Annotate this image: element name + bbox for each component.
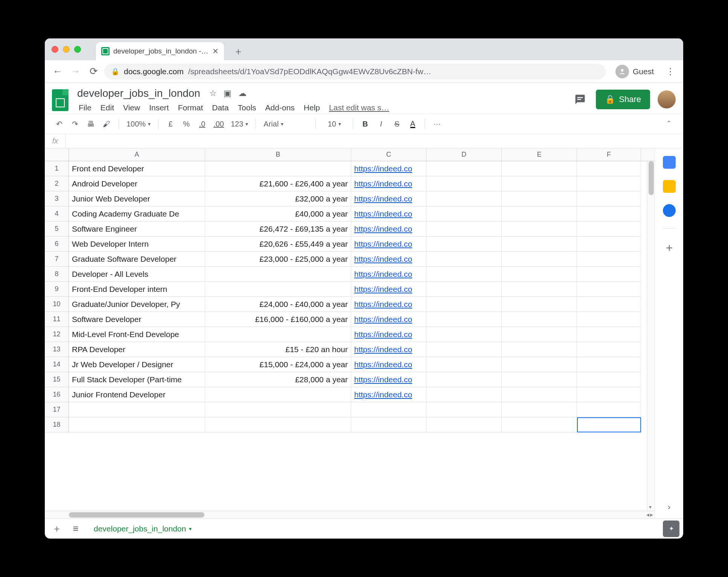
cell[interactable] [502, 252, 577, 267]
menu-addons[interactable]: Add-ons [262, 102, 299, 114]
menu-insert[interactable]: Insert [145, 102, 173, 114]
row-header[interactable]: 14 [45, 357, 69, 372]
vertical-scrollbar[interactable]: ▾ [647, 161, 655, 511]
cell[interactable] [577, 282, 641, 297]
vscroll-down-icon[interactable]: ▾ [649, 504, 652, 510]
cell[interactable] [502, 402, 577, 417]
redo-button[interactable]: ↷ [68, 117, 82, 131]
cell[interactable] [205, 417, 351, 432]
window-minimize-icon[interactable] [63, 46, 70, 53]
doc-title-input[interactable]: developer_jobs_in_london [75, 87, 203, 100]
cell[interactable] [426, 206, 502, 221]
cell[interactable] [426, 372, 502, 387]
row-header[interactable]: 8 [45, 267, 69, 282]
cell[interactable] [502, 221, 577, 237]
cell[interactable] [502, 267, 577, 282]
cell[interactable]: Front end Developer [69, 161, 205, 176]
row-header[interactable]: 18 [45, 417, 69, 432]
cell[interactable] [502, 282, 577, 297]
forward-button[interactable]: → [68, 64, 83, 79]
hscroll-thumb[interactable] [69, 512, 204, 517]
cell[interactable] [205, 327, 351, 342]
collapse-toolbar-button[interactable]: ˆ [662, 117, 676, 131]
hscroll-left-icon[interactable]: ◂ [646, 511, 649, 518]
move-icon[interactable]: ▣ [224, 89, 231, 98]
cell-link[interactable]: https://indeed.co [351, 357, 426, 372]
cell[interactable]: Front-End Developer intern [69, 282, 205, 297]
cell[interactable] [426, 267, 502, 282]
print-button[interactable]: 🖶 [84, 117, 97, 131]
cell[interactable] [577, 176, 641, 191]
col-header-A[interactable]: A [69, 148, 205, 161]
menu-data[interactable]: Data [208, 102, 232, 114]
row-header[interactable]: 16 [45, 387, 69, 402]
cell[interactable]: RPA Developer [69, 342, 205, 357]
spreadsheet-grid[interactable]: A B C D E F 1Front end Developerhttps://… [45, 148, 655, 518]
cell[interactable] [69, 402, 205, 417]
row-header[interactable]: 7 [45, 252, 69, 267]
row-header[interactable]: 13 [45, 342, 69, 357]
cell[interactable] [426, 191, 502, 206]
cell[interactable] [502, 387, 577, 402]
reload-button[interactable]: ⟳ [86, 64, 101, 79]
cell[interactable]: £15 - £20 an hour [205, 342, 351, 357]
cell[interactable] [577, 252, 641, 267]
last-edit-link[interactable]: Last edit was s… [329, 103, 389, 112]
cell[interactable]: Full Stack Developer (Part-time [69, 372, 205, 387]
row-header[interactable]: 17 [45, 402, 69, 417]
cell[interactable] [502, 191, 577, 206]
cell-link[interactable]: https://indeed.co [351, 252, 426, 267]
cell[interactable]: £16,000 - £160,000 a year [205, 312, 351, 327]
cell[interactable] [426, 282, 502, 297]
cell[interactable] [502, 327, 577, 342]
cell[interactable] [577, 342, 641, 357]
cell[interactable] [426, 417, 502, 432]
sheet-tab-menu-icon[interactable]: ▾ [189, 526, 192, 532]
cell[interactable] [426, 176, 502, 191]
cell-link[interactable]: https://indeed.co [351, 176, 426, 191]
cell[interactable] [205, 161, 351, 176]
share-button[interactable]: 🔒 Share [596, 90, 650, 109]
col-header-C[interactable]: C [351, 148, 426, 161]
menu-tools[interactable]: Tools [234, 102, 260, 114]
menu-format[interactable]: Format [174, 102, 207, 114]
cell[interactable] [426, 297, 502, 312]
decrease-decimal-button[interactable]: .0 [195, 117, 209, 131]
cell-link[interactable]: https://indeed.co [351, 387, 426, 402]
strikethrough-button[interactable]: S [390, 117, 404, 131]
currency-button[interactable]: £ [164, 117, 177, 131]
hide-side-panel-button[interactable]: › [668, 502, 670, 512]
cell[interactable] [426, 221, 502, 237]
cell[interactable] [426, 402, 502, 417]
cell[interactable] [502, 312, 577, 327]
cell[interactable]: £24,000 - £40,000 a year [205, 297, 351, 312]
cell[interactable] [577, 206, 641, 221]
new-tab-button[interactable]: ＋ [231, 44, 246, 59]
cell[interactable] [577, 237, 641, 252]
cell[interactable] [502, 342, 577, 357]
increase-decimal-button[interactable]: .00 [211, 117, 226, 131]
cell[interactable] [351, 417, 426, 432]
row-header[interactable]: 4 [45, 206, 69, 221]
cell[interactable]: Graduate Software Developer [69, 252, 205, 267]
tab-close-icon[interactable]: ✕ [212, 47, 219, 56]
percent-button[interactable]: % [180, 117, 193, 131]
cell[interactable]: Web Developer Intern [69, 237, 205, 252]
select-all-corner[interactable] [45, 148, 69, 161]
star-icon[interactable]: ☆ [209, 89, 217, 98]
cell[interactable] [502, 161, 577, 176]
row-header[interactable]: 5 [45, 221, 69, 237]
hscroll-right-icon[interactable]: ▸ [650, 511, 653, 518]
cell[interactable]: Graduate/Junior Developer, Py [69, 297, 205, 312]
cloud-status-icon[interactable]: ☁ [238, 89, 247, 98]
all-sheets-button[interactable]: ≡ [67, 521, 84, 537]
cell[interactable] [426, 312, 502, 327]
cell-link[interactable]: https://indeed.co [351, 237, 426, 252]
cell[interactable]: Android Developer [69, 176, 205, 191]
vscroll-thumb[interactable] [649, 161, 654, 195]
menu-file[interactable]: File [75, 102, 95, 114]
row-header[interactable]: 6 [45, 237, 69, 252]
menu-edit[interactable]: Edit [97, 102, 118, 114]
cell[interactable]: £26,472 - £69,135 a year [205, 221, 351, 237]
cell[interactable]: £28,000 a year [205, 372, 351, 387]
